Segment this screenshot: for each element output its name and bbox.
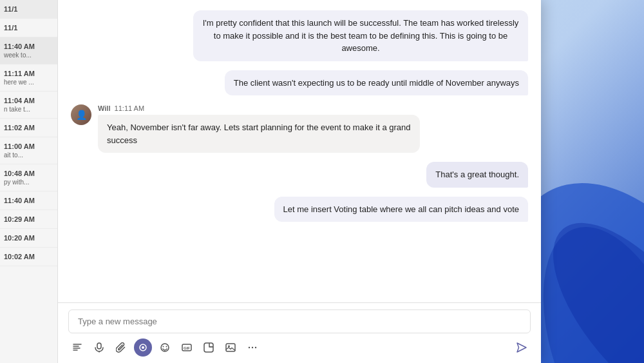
messages-list: I'm pretty confident that this launch wi… bbox=[58, 0, 541, 302]
message-outgoing-small: That's a great thought. bbox=[71, 162, 528, 188]
svg-point-15 bbox=[249, 347, 250, 348]
message-outgoing: The client wasn't expecting us to be rea… bbox=[71, 70, 528, 96]
sticker-icon[interactable] bbox=[200, 338, 218, 357]
sidebar-item[interactable]: 11/1 bbox=[0, 19, 57, 37]
sidebar-item[interactable]: 11:00 AM ait to... bbox=[0, 137, 57, 164]
more-options-icon[interactable] bbox=[243, 338, 261, 357]
message-outgoing: I'm pretty confident that this launch wi… bbox=[71, 10, 528, 61]
gif-icon[interactable]: GIF bbox=[178, 338, 196, 357]
send-button[interactable] bbox=[513, 338, 531, 357]
mic-icon[interactable] bbox=[90, 338, 108, 357]
sidebar-item[interactable]: 10:20 AM bbox=[0, 229, 57, 248]
svg-point-6 bbox=[142, 346, 144, 349]
chat-area: I'm pretty confident that this launch wi… bbox=[58, 0, 541, 363]
svg-point-9 bbox=[166, 346, 167, 348]
message-input[interactable] bbox=[68, 309, 531, 333]
message-bubble: I'm pretty confident that this launch wi… bbox=[193, 10, 528, 61]
avatar: 👤 bbox=[71, 104, 91, 125]
svg-point-8 bbox=[163, 346, 164, 348]
sender-info: Will 11:11 AM bbox=[98, 104, 420, 112]
input-area: GIF bbox=[58, 302, 541, 363]
sidebar-item[interactable]: 11:02 AM bbox=[0, 119, 57, 137]
toolbar: GIF bbox=[68, 338, 531, 357]
message-bubble-small: That's a great thought. bbox=[426, 162, 528, 188]
svg-rect-12 bbox=[204, 343, 213, 352]
sidebar-item[interactable]: 11:40 AM bbox=[0, 191, 57, 210]
svg-point-16 bbox=[252, 347, 253, 348]
message-outgoing: Let me insert Voting table where we all … bbox=[71, 197, 528, 222]
conversation-sidebar: 11/1 11/1 11:40 AM week to... 11:11 AM h… bbox=[0, 0, 58, 363]
emoji-icon[interactable] bbox=[156, 338, 174, 357]
loop-icon[interactable] bbox=[134, 338, 152, 357]
svg-text:GIF: GIF bbox=[184, 346, 190, 350]
paperclip-icon[interactable] bbox=[112, 338, 130, 357]
svg-rect-3 bbox=[97, 343, 101, 349]
image-icon[interactable] bbox=[222, 338, 240, 357]
sidebar-item[interactable]: 10:29 AM bbox=[0, 210, 57, 229]
message-bubble: Yeah, November isn't far away. Lets star… bbox=[98, 115, 420, 153]
sidebar-item[interactable]: 10:02 AM bbox=[0, 248, 57, 266]
sidebar-item[interactable]: 11/1 bbox=[0, 0, 57, 19]
sidebar-item[interactable]: 11:04 AM n take t... bbox=[0, 92, 57, 119]
message-bubble: The client wasn't expecting us to be rea… bbox=[225, 70, 528, 96]
message-incoming: 👤 Will 11:11 AM Yeah, November isn't far… bbox=[71, 104, 528, 153]
sidebar-item[interactable]: 10:48 AM py with... bbox=[0, 164, 57, 191]
svg-point-14 bbox=[228, 346, 230, 348]
format-icon[interactable] bbox=[68, 338, 86, 357]
app-window: 11/1 11/1 11:40 AM week to... 11:11 AM h… bbox=[0, 0, 541, 363]
svg-rect-13 bbox=[226, 344, 235, 351]
sidebar-item[interactable]: 11:11 AM here we ... bbox=[0, 64, 57, 92]
message-bubble: Let me insert Voting table where we all … bbox=[274, 197, 528, 222]
svg-point-17 bbox=[255, 347, 256, 348]
sidebar-item-active[interactable]: 11:40 AM week to... bbox=[0, 37, 57, 64]
